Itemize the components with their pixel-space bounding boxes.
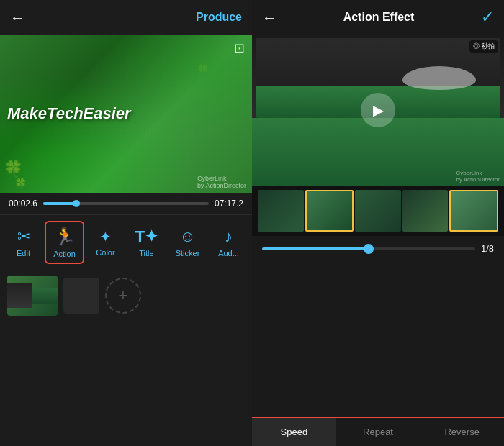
right-panel: ← Action Effect ✓ ▶ ◎ 秒拍 CyberLink by Ac… <box>252 0 504 446</box>
tool-color[interactable]: ✦ Color <box>86 224 125 261</box>
sticker-label: Sticker <box>176 249 200 258</box>
tool-title[interactable]: T✦ Title <box>127 223 166 262</box>
strip-frame-4[interactable] <box>402 190 449 232</box>
left-panel: ← Produce 🍀 🍀 🍀 MakeTechEasier ⊡ CyberLi… <box>0 0 252 446</box>
toolbar: ✂ Edit 🏃 Action ✦ Color T✦ Title ☺ Stick… <box>0 214 252 270</box>
title-icon: T✦ <box>135 227 158 246</box>
time-start: 00:02.6 <box>9 199 37 209</box>
video-title-text: MakeTechEasier <box>7 104 131 123</box>
action-label: Action <box>53 250 76 258</box>
tool-sticker[interactable]: ☺ Sticker <box>168 223 207 262</box>
play-button-right[interactable]: ▶ <box>361 93 395 127</box>
timeline-bar: 00:02.6 07:17.2 <box>0 193 252 214</box>
filmstrip-thumb-2[interactable] <box>63 278 99 314</box>
right-filmstrip <box>252 186 504 236</box>
confirm-button[interactable]: ✓ <box>481 8 494 27</box>
audio-label: Aud... <box>218 249 239 258</box>
timeline-track[interactable] <box>43 202 209 205</box>
color-icon: ✦ <box>99 228 112 245</box>
sticker-icon: ☺ <box>179 227 195 246</box>
expand-icon[interactable]: ⊡ <box>234 40 245 56</box>
logo-badge: ◎ 秒拍 <box>469 40 498 53</box>
slider-knob[interactable] <box>364 244 374 254</box>
title-label: Title <box>139 249 153 258</box>
edit-label: Edit <box>17 249 30 258</box>
timeline-progress <box>43 202 76 205</box>
color-label: Color <box>96 248 114 257</box>
bottom-tabs: Speed Repeat Reverse <box>252 417 504 446</box>
filmstrip-thumb-1[interactable] <box>7 276 58 316</box>
strip-frame-2[interactable] <box>305 190 354 232</box>
tool-action[interactable]: 🏃 Action <box>45 221 84 264</box>
right-header: ← Action Effect ✓ <box>252 0 504 35</box>
right-video-preview: ▶ ◎ 秒拍 CyberLink by ActionDirector <box>252 35 504 186</box>
action-icon: 🏃 <box>54 227 76 247</box>
back-button-right[interactable]: ← <box>262 9 276 26</box>
clover-decoration: 🍀 <box>4 160 23 178</box>
video-watermark-right: CyberLink by ActionDirector <box>456 170 500 183</box>
video-watermark-left: CyberLink by ActionDirector <box>197 175 246 189</box>
tab-speed[interactable]: Speed <box>252 418 336 446</box>
slider-fill <box>262 247 369 250</box>
tab-repeat[interactable]: Repeat <box>336 418 420 446</box>
left-video-preview: 🍀 🍀 🍀 MakeTechEasier ⊡ CyberLink by Acti… <box>0 35 252 193</box>
tool-edit[interactable]: ✂ Edit <box>4 223 43 262</box>
slider-value: 1/8 <box>481 243 494 254</box>
produce-button[interactable]: Produce <box>196 11 242 24</box>
play-icon: ▶ <box>373 101 384 119</box>
tab-reverse[interactable]: Reverse <box>420 418 504 446</box>
add-clip-button[interactable]: + <box>105 278 141 314</box>
strip-frame-3[interactable] <box>355 190 401 232</box>
left-header: ← Produce <box>0 0 252 35</box>
speed-slider[interactable] <box>262 247 475 250</box>
back-button-left[interactable]: ← <box>10 9 24 26</box>
clover-decoration-3: 🍀 <box>197 63 209 75</box>
strip-frame-1[interactable] <box>258 190 304 232</box>
time-end: 07:17.2 <box>215 199 243 209</box>
audio-icon: ♪ <box>225 227 233 246</box>
edit-icon: ✂ <box>17 227 30 246</box>
clover-decoration-2: 🍀 <box>14 178 27 189</box>
action-effect-title: Action Effect <box>343 11 415 24</box>
timeline-dot <box>73 200 80 207</box>
spacer <box>252 261 504 417</box>
filmstrip-row: + <box>0 270 252 322</box>
tool-audio[interactable]: ♪ Aud... <box>209 223 248 262</box>
strip-frame-5[interactable] <box>449 190 498 232</box>
slider-row: 1/8 <box>252 236 504 261</box>
